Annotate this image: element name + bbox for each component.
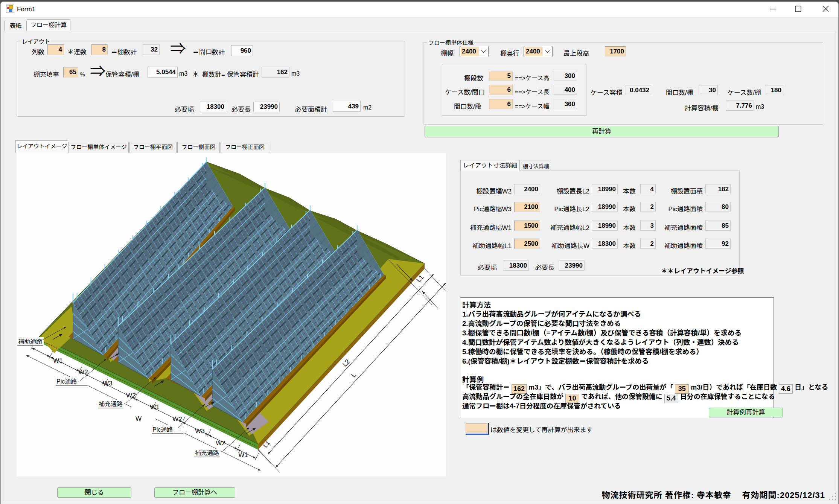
svg-text:補助通路: 補助通路: [18, 338, 42, 345]
svg-text:W1: W1: [53, 357, 63, 364]
svg-text:補充通路: 補充通路: [195, 450, 219, 456]
svg-text:W: W: [136, 415, 142, 422]
svg-text:W2: W2: [172, 416, 182, 423]
svg-text:W3: W3: [195, 428, 205, 435]
svg-text:W2: W2: [126, 392, 136, 399]
svg-text:W1: W1: [150, 404, 160, 411]
svg-text:W1: W1: [238, 451, 248, 458]
svg-text:W2: W2: [216, 440, 225, 447]
svg-text:補充通路: 補充通路: [99, 401, 123, 407]
svg-text:W2: W2: [78, 368, 88, 376]
svg-text:Pic通路: Pic通路: [152, 426, 173, 433]
svg-text:Pic通路: Pic通路: [56, 378, 77, 385]
svg-text:W3: W3: [103, 380, 113, 387]
